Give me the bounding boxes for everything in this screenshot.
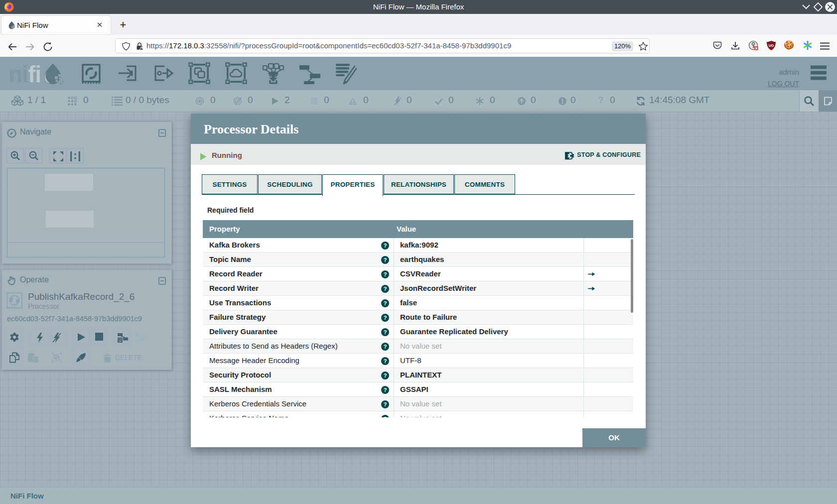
svg-text:UO: UO [769,44,774,47]
